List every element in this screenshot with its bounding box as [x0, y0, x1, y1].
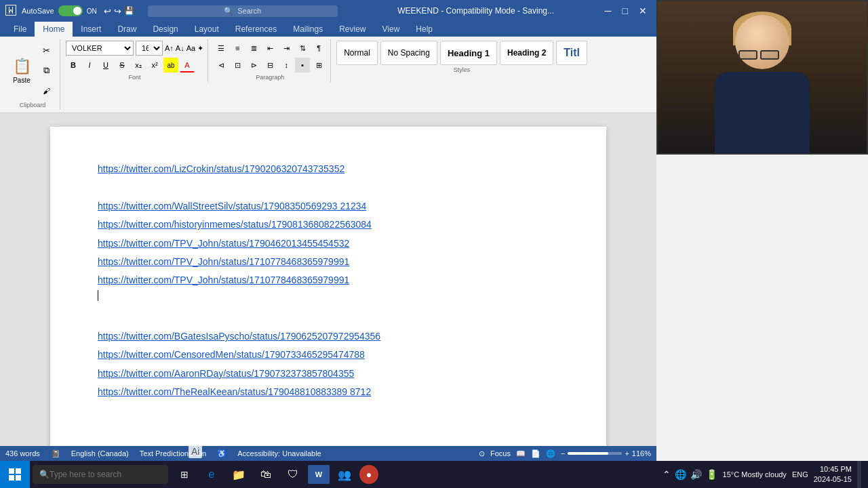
minimize-button[interactable]: ─ — [601, 5, 616, 16]
borders-button[interactable]: ⊞ — [311, 58, 326, 73]
tab-mailings[interactable]: Mailings — [285, 22, 331, 37]
style-no-spacing-button[interactable]: No Spacing — [380, 41, 437, 65]
windows-icon — [9, 468, 21, 481]
tab-view[interactable]: View — [374, 22, 408, 37]
redo-icon[interactable]: ↪ — [114, 6, 121, 16]
cut-button[interactable]: ✂ — [37, 41, 56, 60]
document-page[interactable]: https://twitter.com/LizCrokin/status/179… — [50, 127, 606, 446]
increase-indent-button[interactable]: ⇥ — [279, 41, 294, 56]
style-normal-button[interactable]: Normal — [336, 41, 378, 65]
taskbar-search[interactable]: 🔍 — [33, 465, 168, 484]
justify-button[interactable]: ⊟ — [262, 58, 277, 73]
link-4[interactable]: https://twitter.com/TPV_John/status/1790… — [98, 235, 559, 252]
font-size-selector[interactable]: 16 — [136, 41, 163, 56]
maximize-button[interactable]: □ — [618, 5, 632, 16]
style-heading2-button[interactable]: Heading 2 — [500, 41, 553, 65]
teams-icon[interactable]: 👥 — [332, 461, 357, 488]
network-icon[interactable]: 🌐 — [675, 469, 686, 480]
print-layout-icon[interactable]: 📄 — [531, 449, 540, 458]
link-5[interactable]: https://twitter.com/TPV_John/status/1710… — [98, 253, 559, 270]
tab-home[interactable]: Home — [35, 22, 73, 37]
shield-icon[interactable]: 🛡 — [281, 461, 305, 488]
line-spacing-button[interactable]: ↕ — [279, 58, 294, 73]
link-7[interactable]: https://twitter.com/BGatesIsaPyscho/stat… — [98, 328, 559, 345]
undo-icon[interactable]: ↩ — [104, 6, 111, 16]
subscript-button[interactable]: x₂ — [131, 58, 146, 73]
align-left-button[interactable]: ⊲ — [214, 58, 229, 73]
link-6[interactable]: https://twitter.com/TPV_John/status/1710… — [98, 272, 559, 289]
strikethrough-button[interactable]: S — [115, 58, 130, 73]
text-highlight-button[interactable]: ab — [163, 58, 178, 73]
superscript-button[interactable]: x² — [147, 58, 162, 73]
task-view-button[interactable]: ⊞ — [172, 461, 197, 488]
italic-button[interactable]: I — [82, 58, 97, 73]
link-10[interactable]: https://twitter.com/TheRealKeean/status/… — [98, 384, 559, 401]
align-right-button[interactable]: ⊳ — [246, 58, 261, 73]
show-formatting-button[interactable]: ¶ — [311, 41, 326, 56]
weather-temp: 15°C Mostly cloudy — [723, 470, 787, 479]
taskbar-search-input[interactable] — [50, 470, 158, 479]
title-search-box[interactable]: 🔍 Search — [148, 5, 338, 17]
link-2[interactable]: https://twitter.com/WallStreetSilv/statu… — [98, 198, 559, 215]
taskbar-clock[interactable]: 10:45 PM 2024-05-15 — [814, 464, 852, 485]
decrease-font-icon[interactable]: A↓ — [176, 44, 184, 52]
change-case-icon[interactable]: Aa — [186, 44, 195, 52]
paste-button[interactable]: 📋 Paste — [9, 56, 34, 85]
word-icon[interactable]: W — [308, 465, 330, 484]
format-painter-button[interactable]: 🖌 — [37, 81, 56, 100]
tab-references[interactable]: References — [227, 22, 285, 37]
app-icon-red[interactable]: ● — [359, 465, 378, 484]
tab-review[interactable]: Review — [331, 22, 374, 37]
bold-button[interactable]: B — [66, 58, 81, 73]
underline-button[interactable]: U — [98, 58, 113, 73]
battery-icon[interactable]: 🔋 — [706, 469, 717, 480]
focus-label[interactable]: Focus — [490, 449, 511, 458]
tab-file[interactable]: File — [5, 22, 35, 37]
focus-icon[interactable]: ⊙ — [479, 449, 485, 458]
read-mode-icon[interactable]: 📖 — [516, 449, 526, 458]
align-center-button[interactable]: ⊡ — [230, 58, 245, 73]
tab-design[interactable]: Design — [144, 22, 186, 37]
bullets-button[interactable]: ☰ — [214, 41, 229, 56]
increase-font-icon[interactable]: A↑ — [165, 44, 174, 52]
link-1[interactable]: https://twitter.com/LizCrokin/status/179… — [98, 161, 559, 178]
link-9[interactable]: https://twitter.com/AaronRDay/status/179… — [98, 365, 559, 382]
style-heading1-button[interactable]: Heading 1 — [440, 41, 497, 65]
up-arrow-icon[interactable]: ⌃ — [663, 469, 671, 480]
numbering-button[interactable]: ≡ — [230, 41, 245, 56]
store-icon[interactable]: 🛍 — [254, 461, 278, 488]
tab-insert[interactable]: Insert — [73, 22, 109, 37]
autosave-state: ON — [87, 7, 97, 15]
zoom-out-icon[interactable]: − — [561, 449, 565, 458]
zoom-control[interactable]: − + 116% — [561, 449, 651, 458]
sort-button[interactable]: ⇅ — [295, 41, 310, 56]
taskbar-tray: ⌃ 🌐 🔊 🔋 15°C Mostly cloudy ENG 10:45 PM … — [663, 461, 868, 488]
explorer-icon[interactable]: 📁 — [226, 461, 251, 488]
tab-layout[interactable]: Layout — [186, 22, 227, 37]
link-3[interactable]: https://twitter.com/historyinmemes/statu… — [98, 216, 559, 233]
person-glasses — [738, 50, 786, 60]
save-icon[interactable]: 💾 — [124, 6, 134, 16]
start-button[interactable] — [0, 461, 30, 488]
zoom-in-icon[interactable]: + — [625, 449, 629, 458]
link-8[interactable]: https://twitter.com/CensoredMen/status/1… — [98, 346, 559, 363]
tab-draw[interactable]: Draw — [109, 22, 144, 37]
edge-icon[interactable]: e — [199, 461, 224, 488]
decrease-indent-button[interactable]: ⇤ — [262, 41, 277, 56]
font-name-selector[interactable]: VOLKER — [66, 41, 134, 56]
close-button[interactable]: ✕ — [635, 5, 651, 16]
show-desktop-button[interactable] — [857, 461, 861, 488]
font-color-button[interactable]: A — [180, 58, 195, 73]
svg-rect-1 — [16, 468, 21, 474]
copy-button[interactable]: ⧉ — [37, 61, 56, 80]
shading-button[interactable]: ▪ — [295, 58, 310, 73]
clear-format-icon[interactable]: ✦ — [197, 44, 203, 53]
style-title-button[interactable]: Titl — [556, 41, 587, 65]
tab-help[interactable]: Help — [408, 22, 441, 37]
svg-rect-0 — [9, 468, 14, 474]
autosave-toggle[interactable] — [58, 5, 83, 16]
volume-icon[interactable]: 🔊 — [690, 469, 702, 480]
web-layout-icon[interactable]: 🌐 — [546, 449, 555, 458]
svg-rect-3 — [16, 475, 21, 481]
multilevel-list-button[interactable]: ≣ — [246, 41, 261, 56]
